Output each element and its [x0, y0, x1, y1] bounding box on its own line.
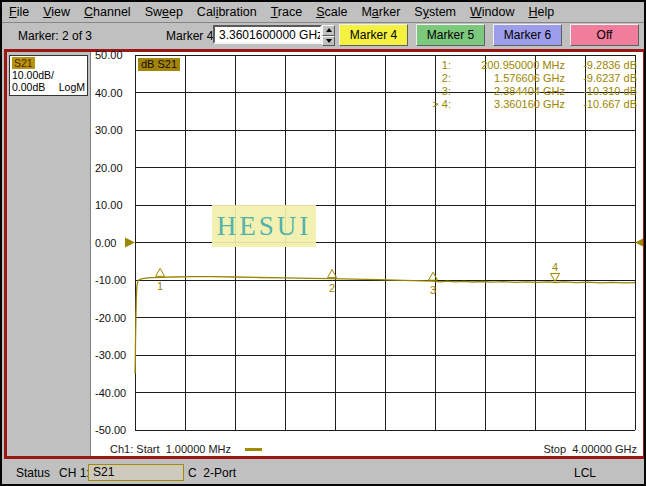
marker-toolbar: Marker: 2 of 3 Marker 4 Marker 4Marker 5…: [2, 23, 644, 48]
menu-item-scale[interactable]: Scale: [309, 5, 354, 19]
marker-number: 1: [157, 280, 163, 292]
menu-item-trace[interactable]: Trace: [264, 5, 310, 19]
menu-item-window[interactable]: Window: [463, 5, 521, 19]
menu-item-marker[interactable]: Marker: [354, 5, 407, 19]
button-off[interactable]: Off: [570, 24, 639, 46]
frequency-stepper: [322, 25, 335, 46]
y-axis-tick: 0.00: [95, 237, 135, 249]
start-frequency: Start 1.00000 MHz: [136, 443, 231, 455]
menu-item-help[interactable]: Help: [522, 5, 562, 19]
y-axis-tick: -50.00: [95, 424, 135, 436]
main-display-area: 1234 dB S21 1:200.950000 MHz-9.2836 dB2:…: [4, 49, 646, 459]
menu-item-channel[interactable]: Channel: [77, 5, 138, 19]
trace-info-box[interactable]: S21 10.00dB/ 0.00dB LogM: [9, 55, 88, 96]
status-label: Status: [16, 466, 50, 480]
marker-field-label: Marker 4: [166, 29, 213, 43]
footer-channel-label: Ch1:: [110, 443, 136, 455]
marker-readout: 1:200.950000 MHz-9.2836 dB2:1.576606 GHz…: [421, 59, 637, 111]
up-arrow-icon: [326, 28, 332, 32]
measurement-selector[interactable]: S21: [88, 464, 184, 481]
marker-count-status: Marker: 2 of 3: [18, 29, 92, 43]
marker-frequency-input[interactable]: [213, 25, 322, 44]
trace-reference: 0.00dB: [12, 81, 45, 93]
y-axis-tick: 30.00: [95, 124, 135, 136]
ref-level-arrow-right: [635, 238, 643, 248]
y-axis-tick: 10.00: [95, 199, 135, 211]
local-mode-status: LCL: [574, 466, 596, 480]
trace-status-panel: S21 10.00dB/ 0.00dB LogM: [7, 52, 91, 456]
y-axis-tick: 20.00: [95, 162, 135, 174]
grid-lines: [135, 55, 635, 430]
button-marker-4[interactable]: Marker 4: [339, 24, 408, 46]
sweep-range-footer: Ch1: Start 1.00000 MHz Stop 4.00000 GHz: [110, 442, 637, 456]
marker-readout-row: 1:200.950000 MHz-9.2836 dB: [421, 59, 637, 72]
trace-name-chip: S21: [12, 57, 35, 69]
menu-item-calibration[interactable]: Calibration: [190, 5, 264, 19]
marker-number: 2: [329, 282, 335, 294]
spinner-up-button[interactable]: [322, 25, 335, 36]
stop-frequency: Stop 4.00000 GHz: [543, 443, 637, 455]
measurement-label-chip: dB S21: [138, 58, 180, 71]
spinner-down-button[interactable]: [322, 36, 335, 47]
menu-item-file[interactable]: File: [2, 5, 36, 19]
calibration-status: C 2-Port: [188, 466, 236, 480]
menu-item-system[interactable]: System: [407, 5, 463, 19]
marker-readout-row: 2:1.576606 GHz-9.6237 dB: [421, 72, 637, 85]
marker-number: 4: [552, 261, 558, 273]
y-axis-tick: -40.00: [95, 387, 135, 399]
y-axis-tick: -20.00: [95, 312, 135, 324]
trace-color-dash: [245, 448, 262, 451]
menu-item-sweep[interactable]: Sweep: [138, 5, 190, 19]
y-axis-tick: 50.00: [95, 49, 135, 61]
trace-scale: 10.00dB/: [12, 69, 85, 81]
down-arrow-icon: [326, 39, 332, 43]
marker-number: 3: [430, 284, 436, 296]
button-marker-5[interactable]: Marker 5: [416, 24, 485, 46]
marker-readout-row: 3:2.384404 GHz-10.310 dB: [421, 85, 637, 98]
marker-symbol[interactable]: [429, 272, 438, 280]
menu-bar: FileViewChannelSweepCalibrationTraceScal…: [2, 2, 644, 23]
y-axis-tick: 40.00: [95, 87, 135, 99]
trace-format: LogM: [59, 81, 85, 93]
status-bar: Status CH 1: S21 C 2-Port LCL: [2, 461, 644, 484]
marker-readout-row: > 4:3.360160 GHz-10.667 dB: [421, 98, 637, 111]
menu-item-view[interactable]: View: [36, 5, 77, 19]
watermark: HESUI: [212, 205, 316, 247]
marker-button-group: Marker 4Marker 5Marker 6Off: [339, 24, 639, 46]
button-marker-6[interactable]: Marker 6: [493, 24, 562, 46]
y-axis-tick: -30.00: [95, 349, 135, 361]
marker-symbol[interactable]: [156, 268, 165, 276]
channel-label: CH 1:: [59, 466, 90, 480]
y-axis-tick: -10.00: [95, 274, 135, 286]
vna-application-window: FileViewChannelSweepCalibrationTraceScal…: [0, 0, 646, 486]
